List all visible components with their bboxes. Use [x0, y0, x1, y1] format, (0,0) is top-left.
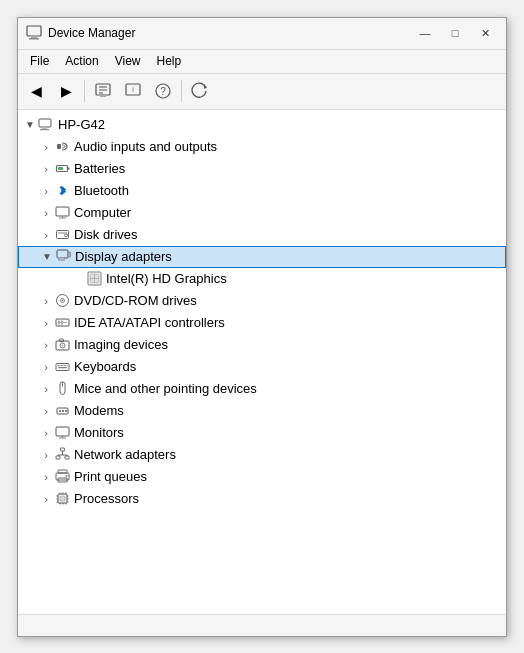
- device-manager-window: Device Manager — □ ✕ File Action View He…: [17, 17, 507, 637]
- properties-icon: [94, 82, 112, 100]
- tree-item-batteries[interactable]: Batteries: [18, 158, 506, 180]
- toolbar-separator-2: [181, 80, 182, 102]
- svg-text:i: i: [132, 86, 134, 93]
- status-bar: [18, 614, 506, 636]
- svg-point-55: [65, 410, 67, 412]
- network-label: Network adapters: [74, 447, 176, 462]
- svg-marker-12: [204, 84, 207, 89]
- content-area: ▼ HP-G42: [18, 110, 506, 614]
- computer-expand-icon: [38, 205, 54, 221]
- network-expand-icon: [38, 447, 54, 463]
- refresh-button[interactable]: [186, 77, 214, 105]
- intel-expand-icon: [70, 271, 86, 287]
- toolbar: ◀ ▶ i ?: [18, 74, 506, 110]
- intel-label: Intel(R) HD Graphics: [106, 271, 227, 286]
- window-title: Device Manager: [48, 26, 412, 40]
- intel-icon: [86, 271, 102, 287]
- svg-rect-56: [56, 427, 69, 436]
- svg-rect-40: [61, 321, 63, 325]
- minimize-button[interactable]: —: [412, 23, 438, 43]
- tree-item-processors[interactable]: Processors: [18, 488, 506, 510]
- back-button[interactable]: ◀: [22, 77, 50, 105]
- svg-rect-1: [31, 36, 37, 38]
- tree-item-modems[interactable]: Modems: [18, 400, 506, 422]
- tree-item-imaging[interactable]: Imaging devices: [18, 334, 506, 356]
- svg-rect-49: [66, 365, 67, 366]
- help-button[interactable]: ?: [149, 77, 177, 105]
- tree-root[interactable]: ▼ HP-G42: [18, 114, 506, 136]
- properties-button[interactable]: [89, 77, 117, 105]
- svg-rect-0: [27, 26, 41, 36]
- display-label: Display adapters: [75, 249, 172, 264]
- svg-rect-71: [60, 496, 65, 501]
- refresh-icon: [191, 82, 209, 100]
- menu-action[interactable]: Action: [57, 50, 106, 73]
- tree-item-network[interactable]: Network adapters: [18, 444, 506, 466]
- window-controls: — □ ✕: [412, 23, 498, 43]
- close-button[interactable]: ✕: [472, 23, 498, 43]
- imaging-icon: [54, 337, 70, 353]
- tree-item-dvd[interactable]: DVD/CD-ROM drives: [18, 290, 506, 312]
- svg-rect-19: [58, 167, 63, 170]
- maximize-button[interactable]: □: [442, 23, 468, 43]
- keyboards-label: Keyboards: [74, 359, 136, 374]
- menu-view[interactable]: View: [107, 50, 149, 73]
- svg-rect-46: [57, 365, 59, 366]
- svg-rect-13: [39, 119, 51, 127]
- print-label: Print queues: [74, 469, 147, 484]
- tree-item-audio[interactable]: Audio inputs and outputs: [18, 136, 506, 158]
- tree-item-bluetooth[interactable]: Bluetooth: [18, 180, 506, 202]
- ide-expand-icon: [38, 315, 54, 331]
- svg-rect-2: [29, 38, 39, 40]
- keyboards-expand-icon: [38, 359, 54, 375]
- forward-button[interactable]: ▶: [52, 77, 80, 105]
- svg-rect-7: [100, 95, 106, 97]
- device-tree[interactable]: ▼ HP-G42: [18, 110, 506, 614]
- svg-rect-15: [40, 129, 49, 130]
- menu-help[interactable]: Help: [149, 50, 190, 73]
- svg-rect-50: [58, 367, 67, 368]
- tree-item-display[interactable]: ▼ Display adapters: [18, 246, 506, 268]
- svg-rect-28: [58, 260, 65, 261]
- tree-item-intel[interactable]: Intel(R) HD Graphics: [18, 268, 506, 290]
- svg-rect-47: [60, 365, 62, 366]
- root-icon: [38, 117, 54, 133]
- svg-point-54: [62, 410, 64, 412]
- help-icon: ?: [154, 82, 172, 100]
- tree-item-print[interactable]: Print queues: [18, 466, 506, 488]
- svg-point-69: [65, 475, 67, 477]
- svg-rect-27: [59, 258, 64, 260]
- monitors-label: Monitors: [74, 425, 124, 440]
- svg-rect-66: [58, 470, 67, 473]
- display-icon: [55, 249, 71, 265]
- modems-icon: [54, 403, 70, 419]
- display-expand-icon: ▼: [39, 249, 55, 265]
- tree-item-computer[interactable]: Computer: [18, 202, 506, 224]
- svg-point-36: [61, 300, 63, 302]
- imaging-label: Imaging devices: [74, 337, 168, 352]
- disk-icon: [54, 227, 70, 243]
- batteries-icon: [54, 161, 70, 177]
- tree-item-disk[interactable]: Disk drives: [18, 224, 506, 246]
- root-expand-icon: ▼: [22, 117, 38, 133]
- dvd-icon: [54, 293, 70, 309]
- svg-text:?: ?: [160, 86, 166, 97]
- bluetooth-expand-icon: [38, 183, 54, 199]
- tree-item-ide[interactable]: IDE ATA/ATAPI controllers: [18, 312, 506, 334]
- tree-item-keyboards[interactable]: Keyboards: [18, 356, 506, 378]
- update-driver-icon: i: [124, 82, 142, 100]
- computer-icon: [54, 205, 70, 221]
- ide-icon: [54, 315, 70, 331]
- window-icon: [26, 25, 42, 41]
- svg-rect-18: [67, 168, 69, 170]
- menu-file[interactable]: File: [22, 50, 57, 73]
- svg-rect-14: [42, 127, 47, 129]
- ide-label: IDE ATA/ATAPI controllers: [74, 315, 225, 330]
- mice-label: Mice and other pointing devices: [74, 381, 257, 396]
- update-driver-button[interactable]: i: [119, 77, 147, 105]
- batteries-expand-icon: [38, 161, 54, 177]
- tree-item-monitors[interactable]: Monitors: [18, 422, 506, 444]
- forward-icon: ▶: [61, 83, 72, 99]
- tree-item-mice[interactable]: Mice and other pointing devices: [18, 378, 506, 400]
- processors-expand-icon: [38, 491, 54, 507]
